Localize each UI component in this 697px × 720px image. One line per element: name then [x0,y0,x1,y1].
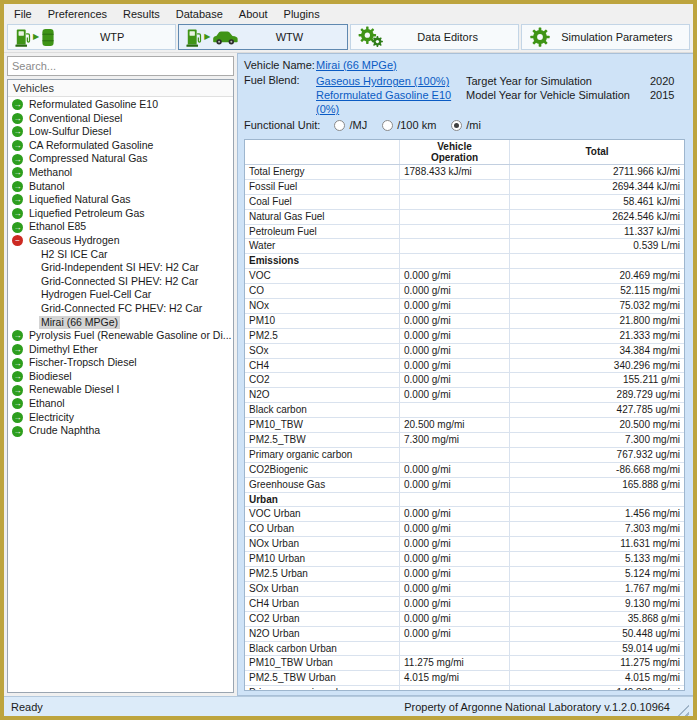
tree-item-pyrolysis-fuel-renewable-gasoline-or-di[interactable]: →Pyrolysis Fuel (Renewable Gasoline or D… [8,329,233,343]
target-year-label: Target Year for Simulation [466,74,644,88]
row-label: PM2.5_TBW Urban [245,671,400,685]
vehicle-name-link[interactable]: Mirai (66 MPGe) [316,59,397,71]
tree-item-liquefied-natural-gas[interactable]: →Liquefied Natural Gas [8,193,233,207]
expand-node-icon[interactable]: → [12,426,23,437]
tree-item-dimethyl-ether[interactable]: →Dimethyl Ether [8,343,233,357]
expand-node-icon[interactable]: → [12,154,23,165]
functional-unit-option-label: /100 km [397,119,436,131]
menu-item-preferences[interactable]: Preferences [40,6,115,22]
vehicle-operation-value: 20.500 mg/mi [400,418,510,432]
tree-item-compressed-natural-gas[interactable]: →Compressed Natural Gas [8,152,233,166]
fuel-blend-link-gaseous-hydrogen-100[interactable]: Gaseous Hydrogen (100%) [316,74,466,88]
table-row-fossil-fuel: Fossil Fuel2694.344 kJ/mi [245,180,684,195]
resize-grip-icon[interactable] [676,703,689,716]
table-row-total-energy: Total Energy1788.433 kJ/mi2711.966 kJ/mi [245,165,684,180]
tree-item-liquefied-petroleum-gas[interactable]: →Liquefied Petroleum Gas [8,207,233,221]
table-row-petroleum-fuel: Petroleum Fuel11.337 kJ/mi [245,225,684,240]
total-value: 75.032 mg/mi [510,299,684,313]
expand-node-icon[interactable]: → [12,126,23,137]
toolbar-button-wtw[interactable]: ▶WTW [178,24,347,50]
tree-item-reformulated-gasoline-e10[interactable]: →Reformulated Gasoline E10 [8,98,233,112]
vehicle-operation-value [400,195,510,209]
vehicle-operation-value [400,210,510,224]
menu-item-results[interactable]: Results [115,6,168,22]
tree-item-label: Methanol [27,166,74,180]
vehicle-tree-panel: Vehicles →Reformulated Gasoline E10→Conv… [7,79,234,693]
tree-item-label: Crude Naphtha [27,424,102,438]
functional-unit-label: Functional Unit: [244,119,320,131]
total-value: 165.888 g/mi [510,478,684,492]
table-row-n2o: N2O0.000 g/mi289.729 ug/mi [245,388,684,403]
collapse-node-icon[interactable]: − [12,235,23,246]
tree-item-label: Ethanol [27,397,67,411]
tree-item-ethanol-e85[interactable]: →Ethanol E85 [8,220,233,234]
total-value: 149.889 ug/mi [510,686,684,691]
tree-item-biodiesel[interactable]: →Biodiesel [8,370,233,384]
row-label: CH4 Urban [245,597,400,611]
tree-item-ethanol[interactable]: →Ethanol [8,397,233,411]
expand-node-icon[interactable]: → [12,385,23,396]
tree-item-gaseous-hydrogen[interactable]: −Gaseous Hydrogen [8,234,233,248]
expand-node-icon[interactable]: → [12,99,23,110]
row-label: Urban [245,493,400,507]
tree-item-hydrogen-fuel-cell-car[interactable]: Hydrogen Fuel-Cell Car [8,288,233,302]
menu-item-plugins[interactable]: Plugins [276,6,328,22]
functional-unit-group: /MJ/100 km/mi [334,119,481,131]
radio-icon[interactable] [334,120,345,131]
toolbar-button-simulation-parameters[interactable]: Simulation Parameters [521,24,690,50]
row-label: Coal Fuel [245,195,400,209]
expand-node-icon[interactable]: → [12,358,23,369]
menu-item-file[interactable]: File [6,6,40,22]
toolbar-button-data-editors[interactable]: Data Editors [350,24,519,50]
tree-item-h2-si-ice-car[interactable]: H2 SI ICE Car [8,248,233,262]
menu-bar: FilePreferencesResultsDatabaseAboutPlugi… [4,4,693,23]
expand-node-icon[interactable]: → [12,371,23,382]
menu-item-database[interactable]: Database [168,6,231,22]
tree-item-fischer-tropsch-diesel[interactable]: →Fischer-Tropsch Diesel [8,356,233,370]
total-value [510,254,684,268]
tree-item-label: Pyrolysis Fuel (Renewable Gasoline or Di… [27,329,233,343]
expand-node-icon[interactable]: → [12,222,23,233]
tree-item-mirai-66-mpge[interactable]: Mirai (66 MPGe) [8,316,233,330]
total-value: 11.337 kJ/mi [510,225,684,239]
row-label: CO2 [245,373,400,387]
tree-item-methanol[interactable]: →Methanol [8,166,233,180]
expand-node-icon[interactable]: → [12,398,23,409]
expand-node-icon[interactable]: → [12,330,23,341]
expand-node-icon[interactable]: → [12,208,23,219]
expand-node-icon[interactable]: → [12,140,23,151]
expand-node-icon[interactable]: → [12,181,23,192]
tree-item-low-sulfur-diesel[interactable]: →Low-Sulfur Diesel [8,125,233,139]
tree-item-grid-independent-si-hev-h2-car[interactable]: Grid-Independent SI HEV: H2 Car [8,261,233,275]
table-row-greenhouse-gas: Greenhouse Gas0.000 g/mi165.888 g/mi [245,478,684,493]
row-label: N2O Urban [245,627,400,641]
search-input[interactable] [7,56,234,76]
expand-node-icon[interactable]: → [12,167,23,178]
fuel-blend-row: Fuel Blend: Gaseous Hydrogen (100%)Refor… [244,74,685,116]
fuel-blend-links: Gaseous Hydrogen (100%)Reformulated Gaso… [316,74,466,116]
tree-item-crude-naphtha[interactable]: →Crude Naphtha [8,424,233,438]
tree-item-butanol[interactable]: →Butanol [8,180,233,194]
tree-item-ca-reformulated-gasoline[interactable]: →CA Reformulated Gasoline [8,139,233,153]
functional-unit-option-mj[interactable]: /MJ [334,119,367,131]
expand-node-icon[interactable]: → [12,344,23,355]
tree-item-electricity[interactable]: →Electricity [8,411,233,425]
radio-icon[interactable] [451,120,462,131]
functional-unit-option-mi[interactable]: /mi [451,119,481,131]
vehicle-name-row: Vehicle Name: Mirai (66 MPGe) [244,59,685,71]
fuel-blend-link-reformulated-gasoline-e10-0[interactable]: Reformulated Gasoline E10 (0%) [316,88,466,116]
vehicle-operation-value: 0.000 g/mi [400,567,510,581]
vehicle-operation-value: 0.000 g/mi [400,537,510,551]
table-row-primary-organic-carbon: Primary organic carbon767.932 ug/mi [245,448,684,463]
tree-item-conventional-diesel[interactable]: →Conventional Diesel [8,112,233,126]
tree-item-renewable-diesel-i[interactable]: →Renewable Diesel I [8,383,233,397]
expand-node-icon[interactable]: → [12,194,23,205]
tree-item-grid-connected-fc-phev-h2-car[interactable]: Grid-Connected FC PHEV: H2 Car [8,302,233,316]
tree-item-grid-connected-si-phev-h2-car[interactable]: Grid-Connected SI PHEV: H2 Car [8,275,233,289]
functional-unit-option-100-km[interactable]: /100 km [382,119,436,131]
expand-node-icon[interactable]: → [12,412,23,423]
expand-node-icon[interactable]: → [12,113,23,124]
radio-icon[interactable] [382,120,393,131]
menu-item-about[interactable]: About [231,6,276,22]
toolbar-button-wtp[interactable]: ▶WTP [7,24,176,50]
